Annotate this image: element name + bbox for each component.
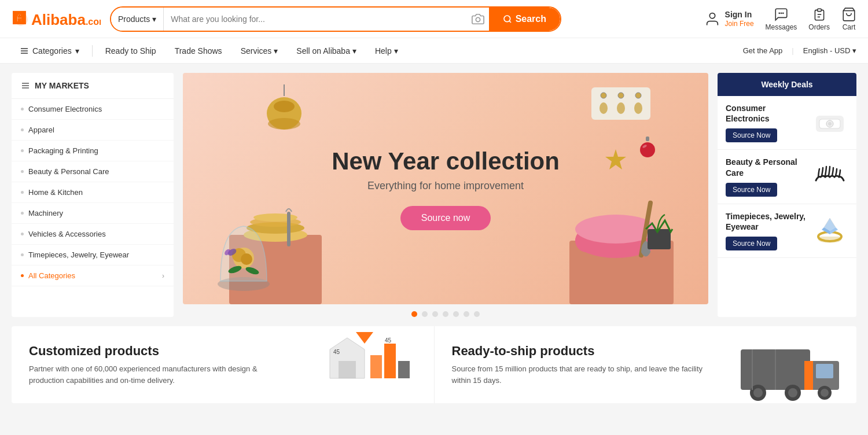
sidebar-item-packaging[interactable]: Packaging & Printing xyxy=(12,141,174,161)
sidebar-title: MY MARKETS xyxy=(12,73,174,99)
deal-info: Beauty & Personal Care Source Now xyxy=(726,157,806,196)
svg-text:🅰: 🅰 xyxy=(13,10,26,25)
chevron-down-icon: ▾ xyxy=(75,46,79,56)
svg-point-41 xyxy=(241,253,252,265)
language-selector[interactable]: English - USD ▾ xyxy=(803,46,856,55)
hero-section: New Year collection Everything for home … xyxy=(183,73,708,317)
trade-shows-btn[interactable]: Trade Shows xyxy=(167,38,230,64)
sidebar: MY MARKETS Consumer Electronics Apparel … xyxy=(12,73,174,317)
sidebar-item-label: Home & Kitchen xyxy=(28,188,83,197)
sidebar-item-label: Machinery xyxy=(28,209,63,218)
search-button[interactable]: Search xyxy=(489,8,560,31)
products-label: Products xyxy=(118,14,150,24)
my-markets-title: MY MARKETS xyxy=(35,81,89,90)
carousel-dot-2[interactable] xyxy=(422,311,428,317)
carousel-dot-6[interactable] xyxy=(464,311,469,317)
earrings-decoration xyxy=(591,87,650,120)
nav-divider xyxy=(92,45,93,57)
chevron-right-icon: › xyxy=(162,272,164,280)
svg-marker-67 xyxy=(356,332,373,344)
carousel-dot-4[interactable] xyxy=(443,311,448,317)
sign-in-btn[interactable]: Sign In Join Free xyxy=(704,9,754,29)
sidebar-dot xyxy=(21,128,24,131)
messages-btn[interactable]: Messages xyxy=(766,7,797,31)
navbar: Categories ▾ Ready to Ship Trade Shows S… xyxy=(0,38,868,64)
sidebar-item-apparel[interactable]: Apparel xyxy=(12,120,174,141)
sidebar-item-machinery[interactable]: Machinery xyxy=(12,203,174,224)
orders-label: Orders xyxy=(808,23,830,31)
deal-image-timepieces xyxy=(811,212,848,249)
get-app-link[interactable]: Get the App xyxy=(743,46,783,55)
svg-point-30 xyxy=(640,142,655,157)
hero-cta-label: Source now xyxy=(421,213,470,223)
sidebar-dot xyxy=(21,108,24,110)
svg-text:45: 45 xyxy=(333,349,340,355)
ready-to-ship-btn[interactable]: Ready to Ship xyxy=(97,38,164,64)
categories-label: Categories xyxy=(32,46,72,56)
svg-text:45: 45 xyxy=(385,337,392,344)
sidebar-item-label: Consumer Electronics xyxy=(28,105,102,113)
svg-rect-8 xyxy=(817,9,821,11)
sidebar-item-home-kitchen[interactable]: Home & Kitchen xyxy=(12,182,174,203)
help-btn[interactable]: Help ▾ xyxy=(367,38,406,64)
cart-btn[interactable]: Cart xyxy=(841,7,856,31)
lamp-decoration xyxy=(264,84,304,142)
carousel-dot-5[interactable] xyxy=(453,311,459,317)
sidebar-item-all-categories[interactable]: All Categories › xyxy=(12,266,174,286)
chevron-down-icon: ▾ xyxy=(394,46,398,56)
sell-on-alibaba-btn[interactable]: Sell on Alibaba ▾ xyxy=(288,38,365,64)
svg-point-22 xyxy=(601,93,606,98)
orders-btn[interactable]: Orders xyxy=(808,7,830,31)
sidebar-dot xyxy=(21,274,24,277)
sidebar-item-timepieces[interactable]: Timepieces, Jewelry, Eyewear xyxy=(12,245,174,266)
camera-btn[interactable] xyxy=(467,13,489,25)
svg-point-26 xyxy=(635,93,641,98)
services-label: Services xyxy=(241,46,272,56)
svg-point-23 xyxy=(599,102,608,114)
chevron-down-icon: ▾ xyxy=(852,46,856,55)
sidebar-item-label: All Categories xyxy=(28,271,75,280)
deal-source-btn-beauty[interactable]: Source Now xyxy=(726,183,777,197)
carousel-dot-7[interactable] xyxy=(474,311,480,317)
deal-item-beauty: Beauty & Personal Care Source Now xyxy=(718,150,856,204)
svg-point-21 xyxy=(268,118,300,130)
categories-btn[interactable]: Categories ▾ xyxy=(12,38,87,64)
svg-point-78 xyxy=(821,389,829,397)
sell-label: Sell on Alibaba xyxy=(296,46,350,56)
sidebar-item-vehicles[interactable]: Vehicles & Accessories xyxy=(12,224,174,245)
svg-point-76 xyxy=(788,388,797,397)
search-input[interactable] xyxy=(164,8,466,31)
language-label: English - USD xyxy=(803,46,851,55)
deal-item-timepieces: Timepieces, Jewelry, Eyewear Source Now xyxy=(718,204,856,258)
weekly-deals-header: Weekly Deals xyxy=(718,73,856,96)
sidebar-item-beauty[interactable]: Beauty & Personal Care xyxy=(12,161,174,182)
logo[interactable]: 🅰 Alibaba.com xyxy=(12,9,101,30)
sidebar-dot xyxy=(21,191,24,194)
carousel-dot-1[interactable] xyxy=(411,311,417,317)
search-bar: Products ▾ Search xyxy=(110,6,561,32)
svg-rect-65 xyxy=(384,344,396,378)
deal-title: Timepieces, Jewelry, Eyewear xyxy=(726,211,806,232)
products-dropdown-btn[interactable]: Products ▾ xyxy=(111,8,164,31)
sidebar-item-label: Packaging & Printing xyxy=(28,146,98,155)
help-label: Help xyxy=(375,46,392,56)
ready-to-ship-card: Ready-to-ship products Source from 15 mi… xyxy=(435,326,857,403)
deal-source-btn-timepieces[interactable]: Source Now xyxy=(726,237,777,250)
deal-source-btn-electronics[interactable]: Source Now xyxy=(726,128,777,142)
svg-marker-28 xyxy=(605,149,626,169)
services-btn[interactable]: Services ▾ xyxy=(233,38,286,64)
sidebar-dot xyxy=(21,253,24,256)
svg-point-2 xyxy=(476,17,480,21)
nav-right: Get the App | English - USD ▾ xyxy=(743,46,856,55)
header-actions: Sign In Join Free Messages Orders xyxy=(704,7,856,31)
rose-dome xyxy=(215,218,273,293)
sidebar-item-consumer-electronics[interactable]: Consumer Electronics xyxy=(12,99,174,120)
svg-point-3 xyxy=(504,16,510,22)
carousel-dot-3[interactable] xyxy=(432,311,438,317)
join-free-label: Join Free xyxy=(725,20,754,29)
hero-cta-btn[interactable]: Source now xyxy=(400,206,491,230)
deal-title: Consumer Electronics xyxy=(726,103,806,124)
carousel-dots xyxy=(183,311,708,317)
svg-rect-63 xyxy=(339,361,356,378)
hero-banner: New Year collection Everything for home … xyxy=(183,73,708,304)
